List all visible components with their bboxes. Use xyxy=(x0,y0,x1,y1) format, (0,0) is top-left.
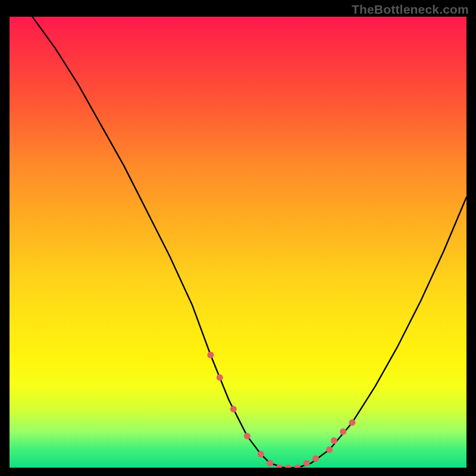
marker-dot xyxy=(349,419,356,426)
marker-group xyxy=(207,352,355,468)
marker-dot xyxy=(285,465,292,468)
marker-dot xyxy=(294,465,300,468)
chart-frame: TheBottleneck.com xyxy=(0,0,476,476)
marker-dot xyxy=(312,455,319,462)
marker-dot xyxy=(244,433,250,439)
curve-layer xyxy=(10,17,466,468)
marker-dot xyxy=(258,451,264,458)
marker-dot xyxy=(303,460,310,466)
marker-dot xyxy=(267,460,273,466)
main-curve xyxy=(32,17,466,468)
marker-dot xyxy=(217,374,223,381)
marker-dot xyxy=(331,437,337,444)
watermark-text: TheBottleneck.com xyxy=(352,2,469,17)
marker-dot xyxy=(340,428,346,435)
marker-dot xyxy=(230,406,237,412)
plot-area xyxy=(10,17,466,468)
marker-dot xyxy=(207,352,214,358)
marker-dot xyxy=(326,446,333,453)
